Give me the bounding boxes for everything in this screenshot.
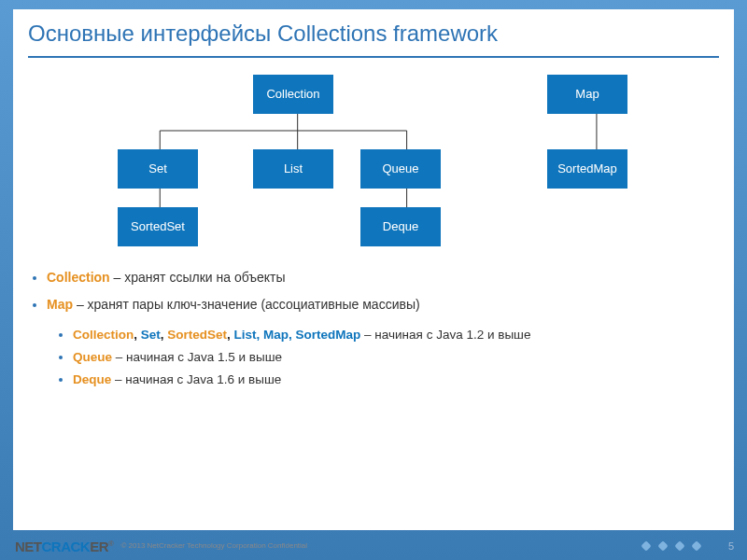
- footer: NETCRACKER® © 2013 NetCracker Technology…: [0, 532, 747, 560]
- kw: Queue: [73, 350, 112, 364]
- box-deque: Deque: [360, 207, 441, 246]
- copyright: © 2013 NetCracker Technology Corporation…: [120, 542, 307, 551]
- page-number: 5: [728, 540, 734, 552]
- logo-part: CRACK: [42, 539, 91, 554]
- slide: Основные интерфейсы Collections framewor…: [13, 9, 734, 530]
- box-sortedset: SortedSet: [118, 207, 198, 246]
- kw: Set: [141, 328, 161, 342]
- box-collection: Collection: [253, 75, 333, 114]
- bullet-text: – хранят ссылки на объекты: [110, 270, 286, 285]
- kw: SortedSet: [167, 328, 227, 342]
- bullet-text: – начиная с Java 1.6 и выше: [111, 372, 281, 386]
- bullet-text: – начиная с Java 1.5 и выше: [112, 350, 282, 364]
- kw: List, Map, SortedMap: [234, 328, 361, 342]
- bullet-collection: Collection – хранят ссылки на объекты: [47, 269, 715, 287]
- logo-part: ER: [90, 539, 108, 554]
- bullet-map: Map – хранят пары ключ-значение (ассоциа…: [47, 296, 715, 314]
- box-set: Set: [118, 149, 198, 189]
- sub-bullet-list: Collection, Set, SortedSet, List, Map, S…: [47, 327, 715, 389]
- keyword-map: Map: [47, 297, 73, 312]
- box-map: Map: [547, 75, 627, 114]
- box-list: List: [253, 149, 333, 189]
- sub-bullet-3: Deque – начиная с Java 1.6 и выше: [73, 371, 715, 388]
- hierarchy-diagram: Collection Set List Queue SortedSet Dequ…: [32, 73, 715, 259]
- logo-part: NET: [15, 539, 42, 554]
- sub-bullet-2: Queue – начиная с Java 1.5 и выше: [73, 349, 715, 366]
- registered-mark: ®: [108, 539, 113, 548]
- keyword-collection: Collection: [47, 270, 110, 285]
- bullet-list: Collection – хранят ссылки на объекты Ma…: [13, 269, 734, 396]
- bullet-text: – хранят пары ключ-значение (ассоциативн…: [73, 297, 420, 312]
- kw: Collection: [73, 328, 134, 342]
- footer-dots-icon: [642, 542, 700, 550]
- kw: Deque: [73, 372, 111, 386]
- slide-title: Основные интерфейсы Collections framewor…: [13, 9, 734, 56]
- netcracker-logo: NETCRACKER®: [15, 539, 113, 554]
- box-sortedmap: SortedMap: [547, 149, 627, 189]
- title-underline: [28, 56, 719, 58]
- sub-bullet-1: Collection, Set, SortedSet, List, Map, S…: [73, 327, 715, 343]
- box-queue: Queue: [360, 149, 441, 189]
- bullet-text: – начиная с Java 1.2 и выше: [360, 328, 530, 342]
